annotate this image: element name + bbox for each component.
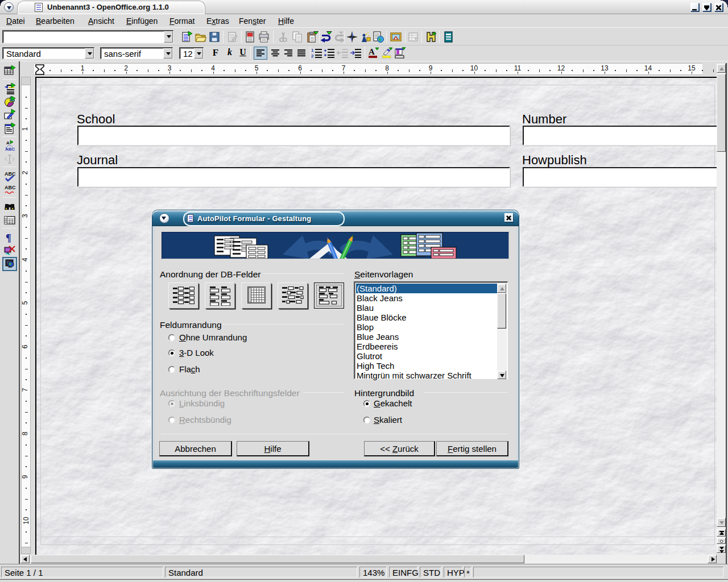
svg-text:A: A [6, 140, 10, 146]
svg-text:A: A [369, 47, 375, 56]
svg-text:¶: ¶ [6, 232, 11, 244]
svg-text:2: 2 [311, 53, 314, 59]
svg-text:ABC: ABC [5, 147, 15, 152]
svg-text:1: 1 [311, 48, 314, 53]
svg-text:ABC: ABC [5, 171, 16, 177]
svg-text:ABC: ABC [5, 185, 16, 190]
